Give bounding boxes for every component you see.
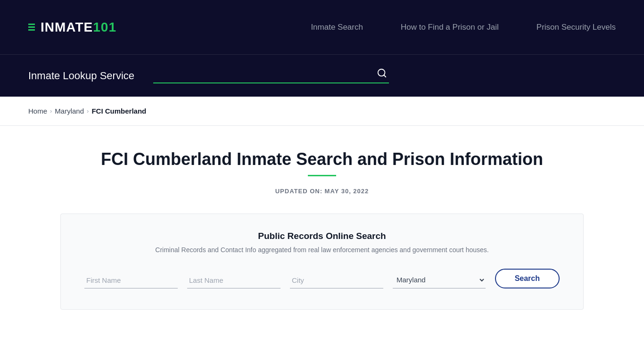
svg-line-1 [384,75,386,77]
inmate-lookup-label: Inmate Lookup Service [28,70,134,82]
top-navigation: INMATE101 Inmate Search How to Find a Pr… [0,0,644,54]
page-title: FCI Cumberland Inmate Search and Prison … [28,149,616,169]
breadcrumb-section: Home › Maryland › FCI Cumberland [0,97,644,126]
lookup-search-input[interactable] [153,70,375,79]
nav-find-prison[interactable]: How to Find a Prison or Jail [401,23,499,32]
breadcrumb-home[interactable]: Home [28,107,47,115]
first-name-input[interactable] [84,272,178,288]
lookup-search-button[interactable] [375,68,389,81]
logo[interactable]: INMATE101 [28,20,116,35]
card-title: Public Records Online Search [84,231,560,241]
card-subtitle: Criminal Records and Contact Info aggreg… [84,246,560,254]
search-form: Maryland Alabama Alaska Arizona Arkansas… [84,269,560,288]
state-field: Maryland Alabama Alaska Arizona Arkansas… [393,272,486,288]
breadcrumb-current: FCI Cumberland [91,107,146,115]
city-input[interactable] [290,272,383,288]
nav-links: Inmate Search How to Find a Prison or Ja… [311,23,616,32]
search-bar-section: Inmate Lookup Service [0,54,644,97]
first-name-field [84,272,178,288]
chevron-icon-2: › [87,107,89,115]
logo-icon [28,24,35,31]
breadcrumb: Home › Maryland › FCI Cumberland [28,107,616,115]
search-button[interactable]: Search [495,269,560,288]
title-underline [308,175,336,176]
nav-inmate-search[interactable]: Inmate Search [311,23,363,32]
search-card: Public Records Online Search Criminal Re… [60,214,584,310]
logo-text: INMATE101 [41,20,116,35]
nav-security-levels[interactable]: Prison Security Levels [537,23,616,32]
updated-date: UPDATED ON: MAY 30, 2022 [28,188,616,195]
last-name-input[interactable] [187,272,281,288]
last-name-field [187,272,281,288]
breadcrumb-maryland[interactable]: Maryland [55,107,84,115]
search-input-wrapper [153,68,389,83]
chevron-icon: › [50,107,52,115]
main-content: FCI Cumberland Inmate Search and Prison … [0,126,644,329]
city-field [290,272,383,288]
state-select[interactable]: Maryland Alabama Alaska Arizona Arkansas… [393,272,486,288]
